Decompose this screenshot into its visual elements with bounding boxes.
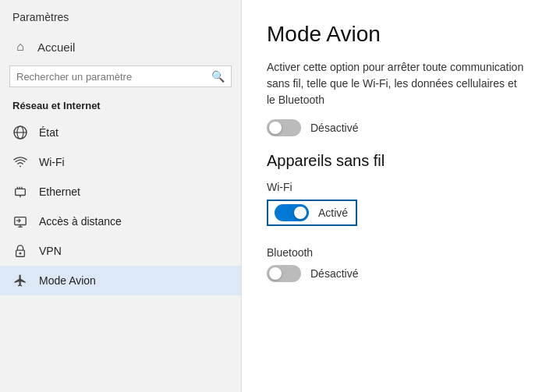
toggle-knob-avion [269, 122, 282, 134]
sidebar-label-wifi: Wi-Fi [39, 156, 65, 168]
mode-avion-toggle-row: Désactivé [267, 119, 528, 136]
mode-avion-toggle-label: Désactivé [310, 122, 358, 134]
wifi-icon [12, 154, 28, 170]
wifi-toggle[interactable] [275, 204, 309, 221]
sidebar-home[interactable]: ⌂ Accueil [0, 31, 241, 62]
sidebar-label-avion: Mode Avion [39, 274, 96, 287]
bluetooth-toggle[interactable] [267, 265, 301, 282]
bluetooth-toggle-label: Désactivé [310, 267, 358, 280]
page-title: Mode Avion [267, 22, 528, 47]
toggle-knob-wifi [294, 207, 307, 219]
wifi-toggle-label: Activé [318, 207, 348, 219]
wifi-toggle-box: Activé [267, 200, 357, 226]
sidebar-label-ethernet: Ethernet [39, 185, 80, 198]
sidebar-item-avion[interactable]: Mode Avion [0, 266, 241, 295]
bluetooth-label: Bluetooth [267, 246, 528, 259]
toggle-knob-bluetooth [269, 267, 282, 280]
etat-icon [12, 125, 28, 140]
vpn-icon [12, 243, 28, 259]
ethernet-icon [12, 184, 28, 200]
sidebar-item-etat[interactable]: État [0, 118, 241, 147]
sidebar-item-ethernet[interactable]: Ethernet [0, 177, 241, 207]
sidebar-item-vpn[interactable]: VPN [0, 236, 241, 266]
app-title: Paramètres [0, 0, 241, 31]
sidebar-label-acces: Accès à distance [39, 215, 122, 228]
sidebar: Paramètres ⌂ Accueil 🔍 Réseau et Interne… [0, 0, 242, 392]
avion-icon [12, 273, 28, 288]
acces-icon [12, 214, 28, 229]
section-heading: Appareils sans fil [267, 152, 528, 170]
bluetooth-section: Bluetooth Désactivé [267, 246, 528, 282]
home-icon: ⌂ [12, 39, 28, 55]
sidebar-label-etat: État [39, 126, 58, 139]
wifi-section: Wi-Fi Activé [267, 181, 528, 238]
sidebar-item-acces[interactable]: Accès à distance [0, 207, 241, 236]
bluetooth-toggle-row: Désactivé [267, 265, 528, 282]
svg-rect-3 [16, 189, 26, 195]
description: Activer cette option pour arrêter toute … [267, 59, 528, 108]
search-box[interactable]: 🔍 [9, 65, 232, 87]
main-content: Mode Avion Activer cette option pour arr… [242, 0, 553, 392]
home-label: Accueil [37, 41, 75, 54]
sidebar-item-wifi[interactable]: Wi-Fi [0, 147, 241, 177]
mode-avion-toggle[interactable] [267, 119, 301, 136]
wifi-label: Wi-Fi [267, 181, 528, 193]
search-icon: 🔍 [211, 70, 225, 83]
svg-point-14 [19, 253, 22, 255]
search-input[interactable] [16, 71, 207, 83]
sidebar-label-vpn: VPN [39, 245, 62, 257]
section-title: Réseau et Internet [0, 95, 241, 118]
